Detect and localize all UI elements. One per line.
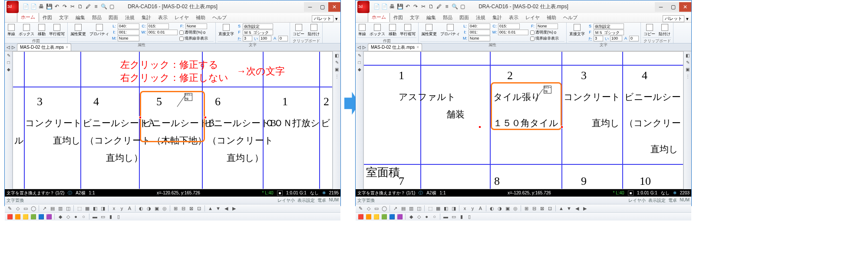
qat-new-icon[interactable]: 📄 [22, 3, 29, 10]
tb-icon[interactable]: 🟪 [46, 214, 52, 220]
status-sq[interactable]: ■ [628, 190, 634, 196]
tb-icon[interactable]: ▮ [458, 214, 465, 220]
color-field[interactable]: 015: [498, 23, 520, 29]
sb-icon[interactable]: ✎ [6, 53, 12, 59]
move-button[interactable]: 移動 [37, 23, 46, 37]
qat-cut-icon[interactable]: ✂ [420, 3, 427, 10]
tab-help[interactable]: ヘルプ [560, 13, 581, 22]
tb-icon[interactable]: ◇ [416, 214, 422, 220]
close-button[interactable]: ✕ [328, 2, 340, 12]
tab-home[interactable]: ホーム [368, 12, 390, 22]
tb-icon[interactable]: ▯ [466, 214, 472, 220]
parallel-copy-button[interactable]: 平行複写 [48, 23, 66, 37]
sb-icon[interactable]: ✎ [334, 60, 340, 66]
tab-drawing[interactable]: 図面 [105, 13, 122, 22]
close-button[interactable]: ✕ [679, 2, 691, 12]
tb-icon[interactable]: 🟧 [14, 214, 21, 220]
palette-dropdown[interactable]: パレット [663, 15, 684, 22]
qat-rect-icon[interactable]: ▢ [459, 3, 466, 10]
tab-sum[interactable]: 集計 [489, 13, 505, 22]
status-layer[interactable]: A2横 [76, 190, 85, 196]
tb-icon[interactable]: ▬ [442, 214, 449, 220]
tb-icon[interactable]: ▦ [84, 205, 90, 212]
qat-zoom-icon[interactable]: 🔍 [451, 3, 458, 10]
qat-edit-icon[interactable]: 🖉 [436, 3, 442, 10]
tb-icon[interactable]: 🟩 [381, 214, 387, 220]
qat-cut-icon[interactable]: ✂ [69, 3, 76, 10]
attr-change-button[interactable]: 属性変更 [69, 23, 87, 37]
tb-icon[interactable]: ▶ [581, 205, 588, 212]
paste-button[interactable]: 貼付け [307, 23, 320, 37]
qat-print-icon[interactable]: 🖶 [389, 3, 396, 10]
tb-icon[interactable]: ⊡ [196, 205, 202, 212]
tb-icon[interactable]: ▲ [207, 205, 214, 212]
tab-close-icon[interactable]: × [416, 45, 419, 50]
material-field[interactable]: None [118, 36, 139, 41]
tb-icon[interactable]: ▯ [115, 214, 122, 220]
minimize-button[interactable]: ─ [304, 2, 316, 12]
tb-icon[interactable]: ▤ [49, 205, 56, 212]
angle-field[interactable]: 0 [629, 36, 639, 41]
box-button[interactable]: ボックス [18, 23, 35, 37]
tb-icon[interactable]: ◇ [65, 214, 71, 220]
document-tab[interactable]: MAS-D-02 仕上表.mps× [17, 43, 71, 51]
calculator[interactable]: 電卓 [668, 197, 677, 204]
tb-icon[interactable]: ● [423, 214, 430, 220]
status-grid[interactable]: 1:0.01 G:1 [286, 190, 307, 195]
layer-small[interactable]: レイヤ小 [628, 197, 646, 204]
qat-redo-icon[interactable]: ↷ [412, 3, 419, 10]
tb-icon[interactable]: ◧ [442, 205, 449, 212]
tb-icon[interactable]: ◧ [92, 205, 98, 212]
tb-icon[interactable]: ✎ [7, 205, 13, 212]
status-none[interactable]: なし [310, 190, 319, 196]
drawing-canvas[interactable]: 3 4 5 6 1 2 コンクリート ビニールシートA ビニールシートB ビニー… [13, 51, 333, 189]
direct-text-button[interactable]: 直接文字 [568, 23, 586, 37]
tab-text[interactable]: 文字 [406, 13, 423, 22]
status-none[interactable]: なし [661, 190, 670, 196]
tb-icon[interactable]: ▣ [504, 205, 511, 212]
tab-help[interactable]: ヘルプ [209, 13, 230, 22]
status-layer[interactable]: A2横 [426, 190, 436, 196]
tb-icon[interactable]: ↗ [392, 205, 399, 212]
layer-field[interactable]: 040: [469, 23, 490, 29]
transparency-check[interactable]: 透明度(%)0 [530, 30, 564, 35]
tb-icon[interactable]: y [119, 205, 125, 212]
palette-chevron-icon[interactable]: ▾ [335, 16, 338, 22]
tb-icon[interactable]: ◀ [223, 205, 229, 212]
maximize-button[interactable]: ▢ [667, 2, 679, 12]
tb-icon[interactable]: ▭ [99, 214, 106, 220]
tb-icon[interactable]: ◯ [30, 205, 36, 212]
copy-button[interactable]: コピー [643, 23, 656, 37]
tb-icon[interactable]: 🟩 [30, 214, 36, 220]
fill-field[interactable]: None [185, 23, 207, 29]
tb-icon[interactable]: ◑ [496, 205, 503, 212]
height-field[interactable]: 3 [594, 36, 603, 41]
style-field[interactable]: 個別設定 [243, 23, 273, 29]
nav-right-icon[interactable]: ▷ [12, 45, 15, 50]
property-button[interactable]: プロパティ [89, 23, 110, 37]
tab-drawing[interactable]: 図面 [456, 13, 472, 22]
tb-icon[interactable]: ✎ [357, 205, 364, 212]
qat-print-icon[interactable]: 🖶 [38, 3, 45, 10]
border-hide-check[interactable]: 境界線非表示 [530, 36, 564, 41]
paste-button[interactable]: 貼付け [658, 23, 671, 37]
linetype-field[interactable]: 001: [118, 30, 139, 35]
tb-icon[interactable]: x [111, 205, 117, 212]
qat-edit-icon[interactable]: 🖉 [85, 3, 92, 10]
tb-icon[interactable]: ◫ [65, 205, 71, 212]
tb-icon[interactable]: ○ [431, 214, 438, 220]
calculator[interactable]: 電卓 [317, 197, 326, 204]
sb-icon[interactable]: □ [6, 60, 12, 66]
display-settings[interactable]: 表示設定 [648, 197, 666, 204]
tab-view[interactable]: 表示 [505, 13, 522, 22]
widthp-field[interactable]: 100 [259, 36, 271, 41]
tb-icon[interactable]: ● [73, 214, 79, 220]
tb-icon[interactable]: ◫ [416, 205, 422, 212]
status-grid[interactable]: 1:0.01 G:1 [637, 190, 657, 195]
tb-icon[interactable]: ⊞ [172, 205, 179, 212]
tb-icon[interactable]: ⊡ [547, 205, 553, 212]
tab-close-icon[interactable]: × [66, 45, 68, 50]
layer-small[interactable]: レイヤ小 [277, 197, 295, 204]
tab-sum[interactable]: 集計 [138, 13, 155, 22]
status-L[interactable]: * L:40 [262, 190, 273, 195]
